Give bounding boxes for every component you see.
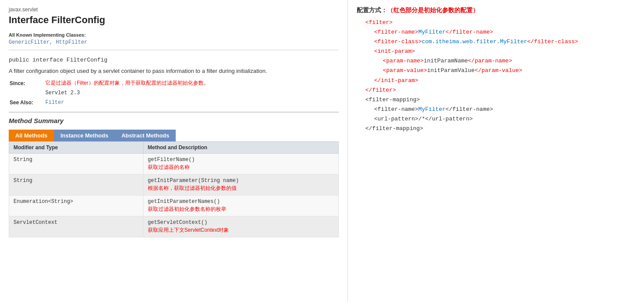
table-cell-method: getInitParameter(String name)根据名称，获取过滤器初… <box>143 175 338 196</box>
see-also-label: See Also: <box>10 99 44 107</box>
since-label: Since: <box>10 79 44 89</box>
interface-title: Interface FilterConfig <box>9 14 339 26</box>
method-summary-title: Method Summary <box>9 112 339 124</box>
config-title: 配置方式：（红色部分是初始化参数的配置） <box>357 7 635 14</box>
table-cell-method: getInitParameterNames()获取过滤器初始化参数名称的枚举 <box>143 196 338 216</box>
table-cell-method: getFilterName()获取过滤器的名称 <box>143 154 338 175</box>
table-cell-method: getServletContext()获取应用上下文ServletContext… <box>143 216 338 237</box>
since-value: Servlet 2.3 <box>45 90 80 96</box>
col-modifier-type: Modifier and Type <box>9 142 143 154</box>
table-row: Enumeration<String> <box>9 196 143 216</box>
see-also-value: Filter <box>45 100 64 106</box>
table-row: String <box>9 175 143 196</box>
implementing-label: All Known Implementing Classes: <box>9 32 339 38</box>
code-signature: public interface FilterConfig <box>9 57 339 63</box>
description: A filter configuration object used by a … <box>9 68 339 74</box>
tab-abstract-methods[interactable]: Abstract Methods <box>115 130 176 141</box>
xml-block: <filter> <filter-name>MyFilter</filter-n… <box>357 18 635 134</box>
implementing-classes: GenericFilter, HttpFilter <box>9 39 339 45</box>
package-name: javax.servlet <box>9 7 339 13</box>
tab-instance-methods[interactable]: Instance Methods <box>54 130 115 141</box>
tab-all-methods[interactable]: All Methods <box>9 130 54 141</box>
method-table: Modifier and Type Method and Description… <box>9 141 339 237</box>
method-tabs: All Methods Instance Methods Abstract Me… <box>9 130 339 141</box>
col-method-desc: Method and Description <box>143 142 338 154</box>
table-row: String <box>9 154 143 175</box>
meta-table: Since: 它是过滤器（Filter）的配置对象，用于获取配置的过滤器初始化参… <box>9 79 210 108</box>
divider <box>9 50 339 50</box>
since-annotation: 它是过滤器（Filter）的配置对象，用于获取配置的过滤器初始化参数。 <box>45 80 209 86</box>
table-row: ServletContext <box>9 216 143 237</box>
